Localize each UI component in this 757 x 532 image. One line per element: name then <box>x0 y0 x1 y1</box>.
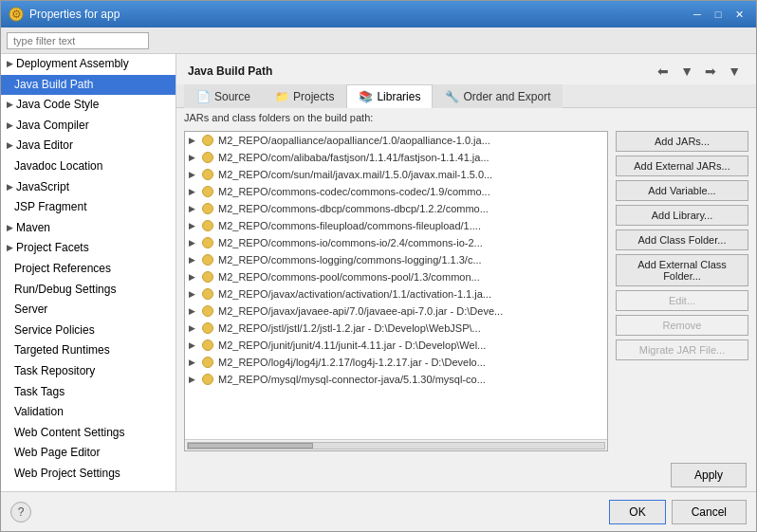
panel-description: JARs and class folders on the build path… <box>176 108 756 123</box>
sidebar-item-label: Service Policies <box>14 323 95 339</box>
list-item[interactable]: ▶ M2_REPO/javax/javaee-api/7.0/javaee-ap… <box>185 303 607 320</box>
sidebar-item-java-compiler[interactable]: ▶ Java Compiler <box>1 116 175 137</box>
content-header: Java Build Path ⬅ ▼ ➡ ▼ <box>176 54 756 84</box>
jar-icon <box>200 133 215 148</box>
jar-icon <box>200 355 215 370</box>
jar-path: M2_REPO/aopalliance/aopalliance/1.0/aopa… <box>218 135 490 146</box>
ok-button[interactable]: OK <box>609 500 665 524</box>
list-item[interactable]: ▶ M2_REPO/mysql/mysql-connector-java/5.1… <box>185 371 607 388</box>
sidebar-item-label: Javadoc Location <box>14 159 102 174</box>
sidebar-item-deployment-assembly[interactable]: ▶ Deployment Assembly <box>1 54 175 75</box>
tab-order-export[interactable]: 🔧 Order and Export <box>433 84 563 108</box>
list-item[interactable]: ▶ M2_REPO/aopalliance/aopalliance/1.0/ao… <box>185 132 607 149</box>
jar-path: M2_REPO/commons-codec/commons-codec/1.9/… <box>218 186 490 197</box>
sidebar-item-label: Maven <box>16 221 50 236</box>
apply-row: Apply <box>176 459 756 491</box>
sidebar-item-run-debug-settings[interactable]: Run/Debug Settings <box>1 280 175 301</box>
jar-path: M2_REPO/javax/javaee-api/7.0/javaee-api-… <box>218 305 503 317</box>
sidebar-item-project-facets[interactable]: ▶ Project Facets <box>1 238 175 259</box>
sidebar-item-label: Java Editor <box>16 138 73 154</box>
sidebar-item-label: Java Build Path <box>14 78 93 93</box>
sidebar-item-javascript[interactable]: ▶ JavaScript <box>1 177 175 198</box>
help-button[interactable]: ? <box>10 502 31 523</box>
svg-text:⚙: ⚙ <box>11 8 22 21</box>
add-class-folder-button[interactable]: Add Class Folder... <box>616 229 748 250</box>
sidebar-item-service-policies[interactable]: Service Policies <box>1 321 175 341</box>
remove-button[interactable]: Remove <box>616 315 748 336</box>
sidebar-item-label: Java Code Style <box>16 98 99 113</box>
tab-projects[interactable]: 📁 Projects <box>263 84 346 108</box>
tab-source[interactable]: 📄 Source <box>184 84 263 108</box>
scrollbar-thumb[interactable] <box>188 443 313 449</box>
list-item[interactable]: ▶ M2_REPO/commons-dbcp/commons-dbcp/1.2.… <box>185 200 607 217</box>
dropdown-button[interactable]: ▼ <box>676 62 697 81</box>
jar-icon <box>200 338 215 353</box>
sidebar-item-maven[interactable]: ▶ Maven <box>1 218 175 239</box>
jar-expand-arrow: ▶ <box>189 136 200 145</box>
sidebar-item-java-editor[interactable]: ▶ Java Editor <box>1 136 175 156</box>
list-item[interactable]: ▶ M2_REPO/commons-logging/commons-loggin… <box>185 251 607 268</box>
filter-input[interactable] <box>7 32 149 49</box>
edit-button[interactable]: Edit... <box>616 290 748 311</box>
cancel-button[interactable]: Cancel <box>672 500 747 524</box>
migrate-jar-button[interactable]: Migrate JAR File... <box>616 339 748 360</box>
sidebar-item-task-repository[interactable]: Task Repository <box>1 361 175 382</box>
list-item[interactable]: ▶ M2_REPO/javax/activation/activation/1.… <box>185 285 607 303</box>
add-external-jars-button[interactable]: Add External JARs... <box>616 156 748 176</box>
sidebar-item-jsp-fragment[interactable]: JSP Fragment <box>1 197 175 218</box>
add-variable-button[interactable]: Add Variable... <box>616 180 748 201</box>
header-navigation: ⬅ ▼ ➡ ▼ <box>654 62 745 81</box>
sidebar-item-web-page-editor[interactable]: Web Page Editor <box>1 443 175 464</box>
add-jars-button[interactable]: Add JARs... <box>616 131 748 152</box>
sidebar-item-project-references[interactable]: Project References <box>1 259 175 280</box>
jar-expand-arrow: ▶ <box>189 187 200 196</box>
sidebar-item-label: Web Content Settings <box>14 426 125 441</box>
jar-expand-arrow: ▶ <box>189 204 200 213</box>
list-item[interactable]: ▶ M2_REPO/log4j/log4j/1.2.17/log4j-1.2.1… <box>185 354 607 371</box>
menu-button[interactable]: ▼ <box>724 62 745 81</box>
scrollbar-track[interactable] <box>187 442 605 449</box>
jar-expand-arrow: ▶ <box>189 170 200 179</box>
jar-expand-arrow: ▶ <box>189 358 200 367</box>
list-item[interactable]: ▶ M2_REPO/commons-codec/commons-codec/1.… <box>185 183 607 200</box>
list-item[interactable]: ▶ M2_REPO/com/alibaba/fastjson/1.1.41/fa… <box>185 149 607 166</box>
sidebar-item-java-code-style[interactable]: ▶ Java Code Style <box>1 95 175 116</box>
sidebar-item-targeted-runtimes[interactable]: Targeted Runtimes <box>1 340 175 361</box>
list-item[interactable]: ▶ M2_REPO/commons-fileupload/commons-fil… <box>185 217 607 234</box>
jar-path: M2_REPO/junit/junit/4.11/junit-4.11.jar … <box>218 339 486 351</box>
list-item[interactable]: ▶ M2_REPO/commons-pool/commons-pool/1.3/… <box>185 268 607 285</box>
close-button[interactable]: ✕ <box>729 5 748 24</box>
sidebar-item-server[interactable]: Server <box>1 300 175 321</box>
sidebar-item-label: JavaScript <box>16 180 69 195</box>
jar-icon <box>200 184 215 199</box>
jar-expand-arrow: ▶ <box>189 272 200 282</box>
add-library-button[interactable]: Add Library... <box>616 205 748 226</box>
apply-button[interactable]: Apply <box>671 463 747 487</box>
sidebar-item-java-build-path[interactable]: Java Build Path <box>1 75 175 96</box>
sidebar-item-label: Task Tags <box>14 385 65 400</box>
list-item[interactable]: ▶ M2_REPO/com/sun/mail/javax.mail/1.5.0/… <box>185 166 607 183</box>
jar-list[interactable]: ▶ M2_REPO/aopalliance/aopalliance/1.0/ao… <box>185 132 607 439</box>
list-item[interactable]: ▶ M2_REPO/commons-io/commons-io/2.4/comm… <box>185 234 607 251</box>
sidebar-item-task-tags[interactable]: Task Tags <box>1 382 175 403</box>
maximize-button[interactable]: □ <box>709 5 728 24</box>
jar-path: M2_REPO/javax/activation/activation/1.1/… <box>218 288 491 300</box>
jar-path: M2_REPO/mysql/mysql-connector-java/5.1.3… <box>218 374 486 385</box>
list-item[interactable]: ▶ M2_REPO/junit/junit/4.11/junit-4.11.ja… <box>185 337 607 354</box>
page-title: Java Build Path <box>188 64 272 78</box>
back-button[interactable]: ⬅ <box>654 62 673 81</box>
horizontal-scrollbar[interactable] <box>185 439 607 450</box>
expand-icon: ▶ <box>5 182 14 192</box>
jar-expand-arrow: ▶ <box>189 153 200 162</box>
sidebar-item-web-content-settings[interactable]: Web Content Settings <box>1 423 175 444</box>
sidebar-item-web-project-settings[interactable]: Web Project Settings <box>1 464 175 485</box>
sidebar-item-validation[interactable]: Validation <box>1 402 175 423</box>
jar-expand-arrow: ▶ <box>189 238 200 248</box>
tab-libraries[interactable]: 📚 Libraries <box>346 84 433 108</box>
forward-button[interactable]: ➡ <box>701 62 720 81</box>
sidebar-item-javadoc-location[interactable]: Javadoc Location <box>1 156 175 177</box>
add-external-class-folder-button[interactable]: Add External Class Folder... <box>616 254 748 286</box>
minimize-button[interactable]: ─ <box>688 5 707 24</box>
tab-source-label: Source <box>214 90 250 103</box>
list-item[interactable]: ▶ M2_REPO/jstl/jstl/1.2/jstl-1.2.jar - D… <box>185 320 607 337</box>
